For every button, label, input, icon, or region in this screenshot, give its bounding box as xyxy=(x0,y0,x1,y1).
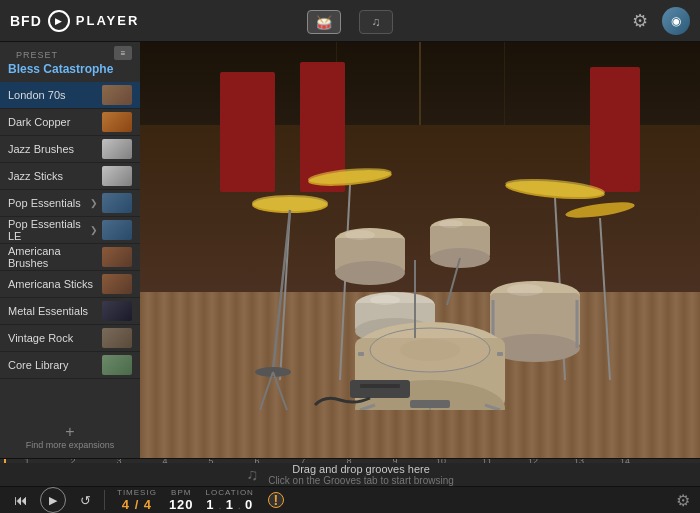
svg-point-12 xyxy=(335,261,405,285)
plus-icon: + xyxy=(8,424,132,440)
kit-name: Dark Copper xyxy=(8,116,98,128)
bpm-value[interactable]: 120 xyxy=(169,497,194,512)
svg-rect-45 xyxy=(360,384,400,388)
kit-name: Jazz Brushes xyxy=(8,143,98,155)
drop-sub-text: Click on the Grooves tab to start browsi… xyxy=(268,475,454,486)
play-btn[interactable]: ▶ xyxy=(40,487,66,513)
timeline-num-7: 7 xyxy=(280,459,326,463)
kit-thumb xyxy=(102,301,132,321)
kit-name: Jazz Sticks xyxy=(8,170,98,182)
sidebar: PRESET ≡ Bless Catastrophe London 70s Da… xyxy=(0,42,140,458)
timeline-num-14: 14 xyxy=(602,459,648,463)
kit-item-americana-sticks[interactable]: Americana Sticks xyxy=(0,271,140,298)
preset-name[interactable]: Bless Catastrophe xyxy=(0,60,140,82)
kit-thumb-img xyxy=(102,220,132,240)
drum-stage xyxy=(140,42,700,458)
kit-item-pop-essentials-le[interactable]: Pop Essentials LE ❯ xyxy=(0,217,140,244)
location-values: 1 . 1 . 0 xyxy=(206,497,253,512)
svg-point-5 xyxy=(565,199,636,221)
kit-item-jazz-sticks[interactable]: Jazz Sticks xyxy=(0,163,140,190)
timeline-num-6: 6 xyxy=(234,459,280,463)
transport-bar: 1234567891011121314 ♫ Drag and drop groo… xyxy=(0,458,700,513)
header-right-icons: ⚙ ◉ xyxy=(632,7,690,35)
kit-name: Core Library xyxy=(8,359,98,371)
avatar-icon[interactable]: ◉ xyxy=(662,7,690,35)
kit-thumb-img xyxy=(102,274,132,294)
kit-name: Pop Essentials LE xyxy=(8,218,88,242)
timeline-num-2: 2 xyxy=(50,459,96,463)
settings-icon[interactable]: ⚙ xyxy=(632,10,648,32)
location-label: LOCATION xyxy=(206,488,254,497)
divider-1 xyxy=(104,490,105,510)
kit-item-pop-essentials[interactable]: Pop Essentials ❯ xyxy=(0,190,140,217)
transport-controls: ⏮ ▶ ↺ TIMESIG 4 / 4 BPM 120 LOCATION 1 .… xyxy=(0,486,700,513)
settings-gear-icon[interactable]: ⚙ xyxy=(676,491,690,510)
kit-thumb-img xyxy=(102,85,132,105)
svg-point-0 xyxy=(252,195,328,211)
timeline-numbers: 1234567891011121314 xyxy=(0,459,648,463)
timeline-num-3: 3 xyxy=(96,459,142,463)
drop-zone[interactable]: ♫ Drag and drop grooves here Click on th… xyxy=(0,463,700,486)
header-center-icons: 🥁 ♫ xyxy=(307,10,393,34)
kit-item-jazz-brushes[interactable]: Jazz Brushes xyxy=(0,136,140,163)
svg-point-29 xyxy=(370,295,400,305)
timeline-num-8: 8 xyxy=(326,459,372,463)
timeline-num-10: 10 xyxy=(418,459,464,463)
kit-thumb xyxy=(102,220,132,240)
svg-line-7 xyxy=(340,185,350,380)
time-sig-field: TIMESIG 4 / 4 xyxy=(117,488,157,512)
location-bar[interactable]: 1 xyxy=(206,497,214,512)
kit-thumb xyxy=(102,193,132,213)
kit-item-core-library[interactable]: Core Library xyxy=(0,352,140,379)
kit-thumb xyxy=(102,112,132,132)
svg-point-37 xyxy=(400,339,460,361)
kit-name: Americana Brushes xyxy=(8,245,98,269)
time-sig-label: TIMESIG xyxy=(117,488,157,497)
drop-zone-text: Drag and drop grooves here Click on the … xyxy=(268,463,454,486)
kit-thumb-img xyxy=(102,247,132,267)
music-tab-btn[interactable]: ♫ xyxy=(359,10,393,34)
kit-item-dark-copper[interactable]: Dark Copper xyxy=(0,109,140,136)
kit-list: London 70s Dark Copper Jazz Brushes Jazz… xyxy=(0,82,140,416)
location-tick[interactable]: 0 xyxy=(245,497,253,512)
bpm-label: BPM xyxy=(171,488,191,497)
svg-rect-39 xyxy=(497,352,503,356)
loop-btn[interactable]: ↺ xyxy=(74,489,96,511)
time-sig-value[interactable]: 4 / 4 xyxy=(122,497,152,512)
header: BFD ▶ PLAYER 🥁 ♫ ⚙ ◉ xyxy=(0,0,700,42)
logo-area: BFD ▶ PLAYER xyxy=(10,10,139,32)
svg-rect-38 xyxy=(358,352,364,356)
kit-thumb xyxy=(102,274,132,294)
chevron-icon: ❯ xyxy=(90,225,98,235)
playhead-marker xyxy=(4,459,6,463)
rewind-btn[interactable]: ⏮ xyxy=(10,489,32,511)
svg-point-23 xyxy=(507,284,543,296)
transport-info: TIMESIG 4 / 4 BPM 120 LOCATION 1 . 1 . 0… xyxy=(117,488,284,512)
location-sep-2: . xyxy=(238,499,241,511)
kit-thumb xyxy=(102,247,132,267)
main-layout: PRESET ≡ Bless Catastrophe London 70s Da… xyxy=(0,42,700,458)
drums-tab-btn[interactable]: 🥁 xyxy=(307,10,341,34)
location-beat[interactable]: 1 xyxy=(226,497,234,512)
kit-thumb xyxy=(102,355,132,375)
bfd-play-icon[interactable]: ▶ xyxy=(48,10,70,32)
timeline-row[interactable]: 1234567891011121314 xyxy=(0,459,700,463)
svg-line-48 xyxy=(260,372,273,410)
svg-line-9 xyxy=(600,218,610,380)
kit-thumb-img xyxy=(102,355,132,375)
kit-name: Vintage Rock xyxy=(8,332,98,344)
kit-item-americana-brushes[interactable]: Americana Brushes xyxy=(0,244,140,271)
timeline-num-4: 4 xyxy=(142,459,188,463)
timeline-num-12: 12 xyxy=(510,459,556,463)
kit-item-vintage-rock[interactable]: Vintage Rock xyxy=(0,325,140,352)
svg-point-17 xyxy=(439,220,463,228)
find-more-expansions[interactable]: + Find more expansions xyxy=(0,416,140,458)
timeline-num-9: 9 xyxy=(372,459,418,463)
preset-menu-icon[interactable]: ≡ xyxy=(114,46,132,60)
kit-item-london-70s[interactable]: London 70s xyxy=(0,82,140,109)
timeline-num-11: 11 xyxy=(464,459,510,463)
kit-name: London 70s xyxy=(8,89,98,101)
kit-thumb-img xyxy=(102,193,132,213)
kit-thumb xyxy=(102,166,132,186)
kit-item-metal-essentials[interactable]: Metal Essentials xyxy=(0,298,140,325)
